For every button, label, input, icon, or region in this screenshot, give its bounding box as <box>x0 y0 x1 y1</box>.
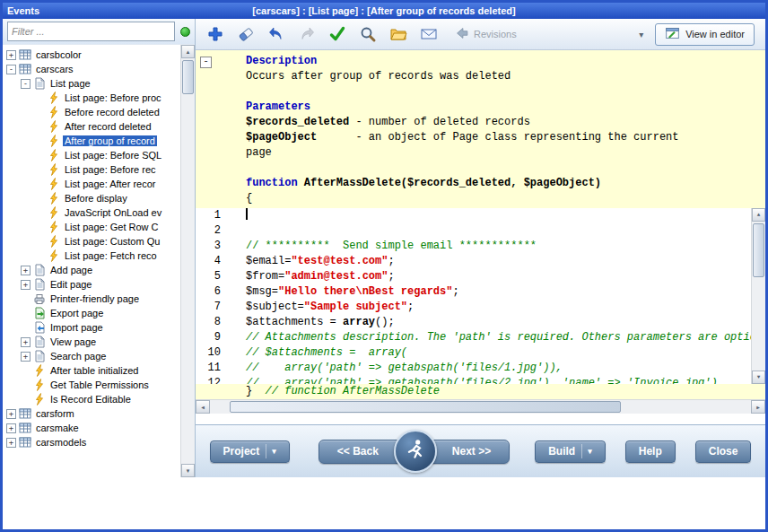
tree-item[interactable]: List page: Before rec <box>3 162 180 177</box>
tree-item[interactable]: Before display <box>3 191 180 205</box>
closing-line: } // function AfterMassDelete <box>196 384 765 399</box>
code-line[interactable]: 1 <box>196 208 751 223</box>
tree-item[interactable]: List page: Get Row C <box>3 220 180 234</box>
scroll-up-icon[interactable]: ▲ <box>181 45 195 58</box>
collapse-marker-icon[interactable]: - <box>200 57 212 68</box>
tree-expander-icon[interactable]: + <box>6 409 16 419</box>
code-line[interactable]: 2 <box>196 223 751 239</box>
code-line[interactable]: 8$attachments = array(); <box>196 315 751 330</box>
tree-item-label: List page: Before SQL <box>63 150 163 161</box>
tree-item-label: carscars <box>34 64 75 74</box>
description-line: { <box>196 191 765 206</box>
search-icon[interactable] <box>359 25 377 43</box>
tree-item[interactable]: List page: Before SQL <box>3 148 180 162</box>
tree-item[interactable]: Printer-friendly page <box>3 292 180 306</box>
line-number: 4 <box>196 254 231 269</box>
code-line[interactable]: 7$subject="Sample subject"; <box>196 300 751 315</box>
tree-expander-icon[interactable]: + <box>6 438 16 448</box>
tree-item[interactable]: Export page <box>3 306 180 320</box>
tree-item[interactable]: -carscars <box>3 62 180 76</box>
tree-item[interactable]: List page: Fetch reco <box>3 249 180 263</box>
code-line[interactable]: 3// ********** Send simple email *******… <box>196 239 751 254</box>
line-number: 6 <box>196 284 231 300</box>
tree-item[interactable]: Is Record Editable <box>3 392 180 406</box>
tree-item[interactable]: After record deleted <box>3 119 180 134</box>
tree-item[interactable]: JavaScript OnLoad ev <box>3 205 180 220</box>
tree-item[interactable]: Import page <box>3 320 180 335</box>
add-icon[interactable] <box>206 25 224 43</box>
code-line[interactable]: 6$msg="Hello there\nBest regards"; <box>196 284 751 300</box>
page-icon <box>33 77 46 90</box>
check-icon[interactable] <box>328 25 346 43</box>
filter-indicator-icon[interactable] <box>180 27 190 37</box>
tree-item[interactable]: List page: After recor <box>3 177 180 191</box>
tree-expander-icon[interactable]: + <box>6 50 16 60</box>
tree-item[interactable]: +carsbcolor <box>3 48 180 62</box>
editor-horizontal-scrollbar[interactable]: ◀ ▶ <box>196 399 765 414</box>
close-button[interactable]: Close <box>695 440 752 463</box>
code-line[interactable]: 9// Attachments description. The 'path' … <box>196 330 751 345</box>
toolbar: Revisions ▾ View in editor <box>196 19 765 50</box>
scroll-right-icon[interactable]: ▶ <box>751 400 765 414</box>
code-line[interactable]: 11// array('path' => getabspath('files/1… <box>196 361 751 376</box>
scroll-down-icon[interactable]: ▼ <box>752 371 765 384</box>
envelope-icon[interactable] <box>420 25 438 43</box>
tree-item-label: carsmodels <box>34 437 88 448</box>
export-icon <box>33 307 46 319</box>
tree-item-label: carsform <box>34 408 76 419</box>
tree-expander-icon[interactable]: + <box>21 337 31 347</box>
tree-item[interactable]: Before record deleted <box>3 105 180 119</box>
tree-item[interactable]: Get Table Permissions <box>3 378 180 392</box>
scroll-up-icon[interactable]: ▲ <box>752 208 765 222</box>
build-button[interactable]: Build▾ <box>535 440 606 463</box>
tree-item[interactable]: List page: Custom Qu <box>3 234 180 249</box>
scrollbar-thumb[interactable] <box>182 60 194 94</box>
scrollbar-thumb[interactable] <box>230 401 621 413</box>
line-number: 12 <box>196 376 231 384</box>
description-line: Occurs after group of records was delete… <box>196 69 765 84</box>
project-button[interactable]: Project▾ <box>210 440 290 463</box>
editor-vertical-scrollbar[interactable]: ▲ ▼ <box>751 208 765 384</box>
tree-expander-icon[interactable]: + <box>6 423 16 433</box>
view-in-editor-button[interactable]: View in editor <box>655 23 755 46</box>
tree-item[interactable]: +Add page <box>3 263 180 277</box>
revisions-button[interactable]: Revisions <box>454 25 517 43</box>
tree-item[interactable]: +View page <box>3 335 180 349</box>
tree-item[interactable]: After table initialized <box>3 363 180 378</box>
tree-item[interactable]: After group of record <box>3 134 180 148</box>
event-icon <box>48 249 60 262</box>
tree-item[interactable]: +carsmodels <box>3 435 180 449</box>
tree-item[interactable]: -List page <box>3 76 180 91</box>
tree-expander-icon[interactable]: + <box>21 280 31 290</box>
tree-item[interactable]: List page: Before proc <box>3 91 180 105</box>
code-line[interactable]: 10// $attachments = array( <box>196 345 751 361</box>
toolbar-dropdown-chevron-icon[interactable]: ▾ <box>636 30 646 39</box>
help-button[interactable]: Help <box>625 440 676 463</box>
tree-expander-icon[interactable]: - <box>6 65 16 74</box>
tree-expander-icon[interactable]: + <box>21 266 31 275</box>
tree-expander-icon[interactable]: + <box>21 352 31 362</box>
code-editor[interactable]: 123// ********** Send simple email *****… <box>196 208 765 384</box>
redo-icon[interactable] <box>298 25 316 43</box>
tree-expander-icon[interactable]: - <box>21 79 31 89</box>
code-line[interactable]: 5$from="admin@test.com"; <box>196 269 751 284</box>
tree-item-label: List page <box>48 78 92 89</box>
tree-scrollbar[interactable]: ▲ ▼ <box>180 45 195 477</box>
code-line[interactable]: 4$email="test@test.com"; <box>196 254 751 269</box>
scroll-left-icon[interactable]: ◀ <box>196 400 210 414</box>
eraser-icon[interactable] <box>237 25 255 43</box>
filter-input[interactable] <box>7 22 175 41</box>
undo-icon[interactable] <box>267 25 285 43</box>
tree-item[interactable]: +carsform <box>3 406 180 421</box>
open-folder-icon[interactable] <box>389 25 407 43</box>
event-icon <box>48 120 60 133</box>
tree-item[interactable]: +carsmake <box>3 421 180 435</box>
code-line[interactable]: 12// array('path' => getabspath('files/2… <box>196 376 751 384</box>
tree-item[interactable]: +Search page <box>3 349 180 363</box>
scrollbar-thumb[interactable] <box>753 223 764 277</box>
next-button[interactable]: Next >> <box>424 440 510 464</box>
view-in-editor-label: View in editor <box>685 29 745 39</box>
scroll-down-icon[interactable]: ▼ <box>181 464 195 477</box>
tree-item[interactable]: +Edit page <box>3 277 180 292</box>
event-icon <box>48 206 60 219</box>
